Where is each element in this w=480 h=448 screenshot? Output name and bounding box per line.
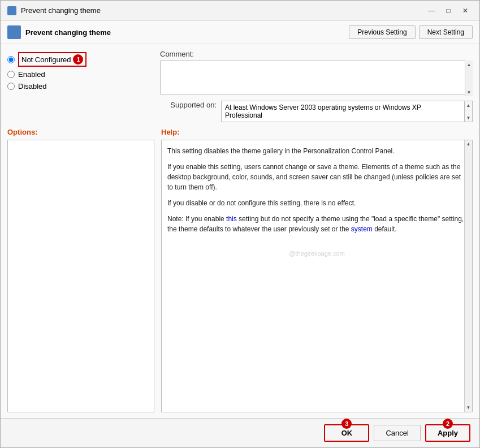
footer: 3 OK Cancel 2 Apply <box>1 418 479 447</box>
enabled-label: Enabled <box>18 70 45 79</box>
cancel-button[interactable]: Cancel <box>374 425 420 441</box>
watermark: @thegeekpage.com <box>289 249 345 259</box>
help-para4-link1: this <box>226 215 237 223</box>
radio-panel: Not Configured 1 Enabled Disabled <box>7 50 154 122</box>
help-para3: If you disable or do not configure this … <box>167 198 466 208</box>
disabled-radio-item[interactable]: Disabled <box>7 82 154 91</box>
policy-icon <box>7 25 21 39</box>
title-bar-left: Prevent changing theme <box>7 6 101 15</box>
help-para4-link2: system <box>351 225 373 233</box>
main-window: Prevent changing theme — □ ✕ Prevent cha… <box>0 0 480 448</box>
help-para4-suffix: default. <box>373 225 397 233</box>
help-section: Help: This setting disables the theme ga… <box>161 128 473 412</box>
toolbar-title: Prevent changing theme <box>7 25 111 39</box>
window-title: Prevent changing theme <box>21 6 101 15</box>
content-area: Not Configured 1 Enabled Disabled <box>1 44 479 418</box>
ok-btn-wrapper: 3 OK <box>324 424 369 442</box>
next-setting-button[interactable]: Next Setting <box>419 25 473 39</box>
comment-scrollbar: ▲ ▼ <box>465 61 473 96</box>
help-para4-prefix: Note: If you enable <box>167 215 226 223</box>
supported-value: At least Windows Server 2003 operating s… <box>225 104 469 119</box>
sections-row: Options: Help: This setting disables the… <box>7 128 473 412</box>
help-box: This setting disables the theme gallery … <box>161 140 473 412</box>
enabled-radio-item[interactable]: Enabled <box>7 70 154 79</box>
supported-label: Supported on: <box>160 101 217 109</box>
not-configured-badge: 1 <box>73 54 83 64</box>
options-title: Options: <box>7 128 154 136</box>
toolbar-title-text: Prevent changing theme <box>25 28 111 37</box>
prev-setting-button[interactable]: Previous Setting <box>349 25 415 39</box>
help-scroll-down: ▼ <box>465 404 472 412</box>
radio-group: Not Configured 1 Enabled Disabled <box>7 52 154 91</box>
supported-scroll-down: ▼ <box>465 114 472 122</box>
top-section: Not Configured 1 Enabled Disabled <box>7 50 473 122</box>
minimize-button[interactable]: — <box>424 5 439 17</box>
title-controls: — □ ✕ <box>424 5 473 17</box>
help-para1: This setting disables the theme gallery … <box>167 146 466 156</box>
toolbar: Prevent changing theme Previous Setting … <box>1 21 479 44</box>
help-para4: Note: If you enable this setting but do … <box>167 214 466 234</box>
options-box <box>7 140 154 412</box>
supported-row: Supported on: At least Windows Server 20… <box>160 101 473 122</box>
supported-scroll-up: ▲ <box>465 101 472 109</box>
scroll-down-arrow: ▼ <box>465 88 473 96</box>
close-button[interactable]: ✕ <box>458 5 473 17</box>
disabled-radio[interactable] <box>7 83 15 90</box>
right-panel: Comment: ▲ ▼ Supported on: At least Wind… <box>160 50 473 122</box>
supported-box: At least Windows Server 2003 operating s… <box>221 101 473 122</box>
maximize-button[interactable]: □ <box>441 5 456 17</box>
enabled-radio[interactable] <box>7 71 15 78</box>
toolbar-buttons: Previous Setting Next Setting <box>349 25 473 39</box>
comment-label: Comment: <box>160 50 473 58</box>
help-scrollbar: ▲ ▼ <box>464 140 472 412</box>
supported-scrollbar: ▲ ▼ <box>464 101 472 122</box>
title-bar: Prevent changing theme — □ ✕ <box>1 1 479 21</box>
not-configured-label: Not Configured <box>21 55 71 64</box>
not-configured-radio[interactable] <box>7 56 15 63</box>
apply-badge: 2 <box>443 419 453 429</box>
scroll-up-arrow: ▲ <box>465 61 473 68</box>
apply-btn-wrapper: 2 Apply <box>425 424 470 442</box>
help-title: Help: <box>161 128 473 136</box>
not-configured-radio-item[interactable]: Not Configured 1 <box>7 52 154 67</box>
help-para2: If you enable this setting, users cannot… <box>167 162 466 192</box>
help-scroll-up: ▲ <box>465 140 472 148</box>
ok-badge: 3 <box>341 419 352 429</box>
window-icon <box>7 6 16 15</box>
comment-row: Comment: ▲ ▼ <box>160 50 473 96</box>
disabled-label: Disabled <box>18 82 47 91</box>
not-configured-box: Not Configured 1 <box>18 52 87 67</box>
options-section: Options: <box>7 128 154 412</box>
comment-textarea[interactable] <box>160 61 473 94</box>
